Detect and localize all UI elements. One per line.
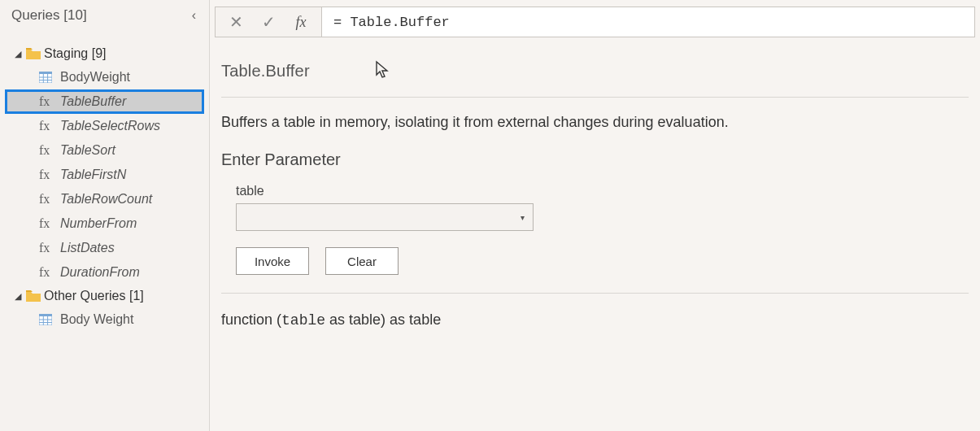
signature-rest: as table) as table (325, 311, 441, 328)
clear-button[interactable]: Clear (325, 247, 399, 275)
query-item-tablerowcount[interactable]: fx TableRowCount (0, 187, 209, 211)
caret-down-icon: ◢ (15, 291, 26, 302)
chevron-down-icon: ▾ (520, 213, 525, 222)
query-label: DurationFrom (60, 265, 140, 280)
formula-input[interactable] (321, 7, 975, 37)
query-item-tableselectrows[interactable]: fx TableSelectRows (0, 114, 209, 138)
group-count: [9] (92, 46, 107, 60)
fx-icon: fx (39, 216, 60, 231)
invoke-button[interactable]: Invoke (236, 247, 309, 275)
formula-bar: ✕ ✓ fx (215, 7, 975, 37)
signature-param: table (281, 312, 325, 329)
folder-icon (26, 48, 44, 59)
query-item-durationfrom[interactable]: fx DurationFrom (0, 260, 209, 285)
folder-icon (26, 290, 44, 302)
query-label: TableRowCount (60, 192, 152, 207)
queries-title: Queries (11, 7, 60, 23)
query-label: TableBuffer (60, 94, 126, 109)
commit-formula-button[interactable]: ✓ (253, 8, 284, 36)
function-name: Table.Buffer (221, 62, 310, 81)
fx-icon: fx (39, 241, 60, 255)
query-label: TableSelectRows (60, 119, 160, 133)
fx-icon: fx (39, 119, 60, 133)
signature-prefix: function ( (221, 311, 281, 328)
queries-tree: ◢ Staging [9] BodyWeight fx TableBuffer (0, 31, 209, 332)
query-label: BodyWeight (60, 70, 130, 85)
query-item-tablebuffer[interactable]: fx TableBuffer (5, 89, 204, 114)
cancel-formula-button[interactable]: ✕ (220, 8, 251, 36)
query-item-tablesort[interactable]: fx TableSort (0, 138, 209, 163)
query-group-other[interactable]: ◢ Other Queries [1] (0, 285, 209, 307)
query-item-tablefirstn[interactable]: fx TableFirstN (0, 163, 209, 187)
query-label: ListDates (60, 241, 115, 255)
fx-icon: fx (39, 265, 60, 280)
x-icon: ✕ (229, 12, 243, 32)
formula-bar-controls: ✕ ✓ fx (215, 7, 321, 37)
parameter-label: table (236, 184, 969, 198)
parameter-table-dropdown[interactable]: ▾ (236, 203, 534, 231)
button-label: Clear (347, 255, 377, 268)
svg-rect-1 (39, 72, 52, 74)
queries-pane: Queries [10] ‹ ◢ Staging [9] (0, 0, 210, 431)
fx-icon: fx (39, 143, 60, 158)
query-label: NumberFrom (60, 216, 137, 231)
queries-pane-header: Queries [10] ‹ (0, 0, 209, 31)
query-item-bodyweight[interactable]: BodyWeight (0, 65, 209, 89)
query-label: TableSort (60, 143, 115, 158)
query-item-body-weight[interactable]: Body Weight (0, 307, 209, 332)
caret-down-icon: ◢ (15, 49, 26, 59)
check-icon: ✓ (262, 12, 276, 32)
fx-icon: fx (39, 168, 60, 182)
svg-rect-7 (39, 314, 52, 316)
queries-count: [10] (63, 7, 86, 23)
query-group-staging[interactable]: ◢ Staging [9] (0, 42, 209, 65)
query-label: Body Weight (60, 312, 133, 327)
function-description: Buffers a table in memory, isolating it … (221, 98, 969, 150)
function-signature: function (table as table) as table (221, 294, 969, 329)
query-item-numberfrom[interactable]: fx NumberFrom (0, 211, 209, 236)
query-label: TableFirstN (60, 168, 126, 182)
button-label: Invoke (255, 255, 290, 268)
parameter-section-title: Enter Parameter (221, 150, 969, 169)
query-item-listdates[interactable]: fx ListDates (0, 236, 209, 260)
fx-icon: fx (39, 94, 60, 109)
fx-icon: fx (39, 192, 60, 207)
group-count: [1] (129, 289, 144, 303)
group-label: Staging (44, 46, 88, 60)
collapse-pane-button[interactable]: ‹ (187, 7, 201, 24)
fx-button[interactable]: fx (285, 8, 316, 36)
table-icon (39, 314, 60, 325)
table-icon (39, 72, 60, 83)
cursor-icon (375, 60, 390, 82)
chevron-left-icon: ‹ (192, 8, 196, 22)
main-panel: ✕ ✓ fx Table.Buffer Buffers a table in m… (210, 0, 980, 431)
group-label: Other Queries (44, 289, 125, 303)
fx-icon: fx (296, 14, 307, 31)
